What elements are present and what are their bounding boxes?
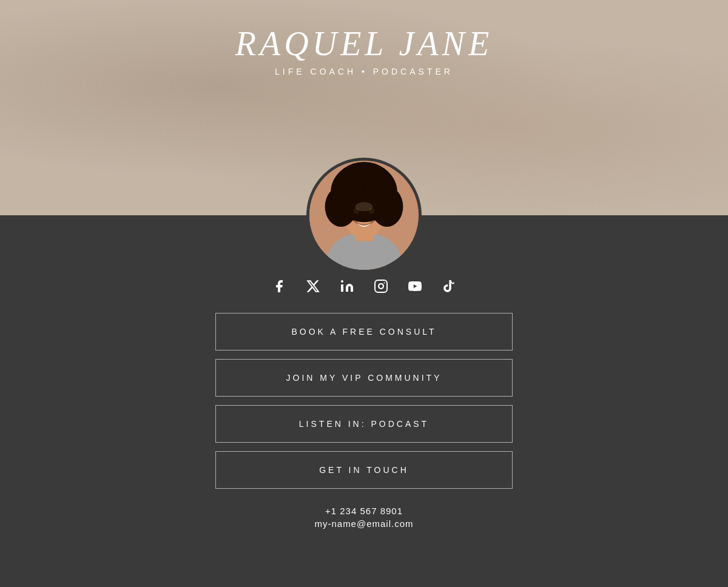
tiktok-icon[interactable] <box>442 279 456 294</box>
svg-rect-14 <box>375 280 387 292</box>
x-twitter-icon[interactable] <box>306 279 320 294</box>
get-in-touch-button[interactable]: GET IN TOUCH <box>215 451 513 489</box>
cta-buttons: BOOK A FREE CONSULT JOIN MY VIP COMMUNIT… <box>215 313 513 489</box>
svg-point-9 <box>364 172 393 204</box>
svg-point-12 <box>356 202 372 211</box>
podcast-button[interactable]: LISTEN IN: PODCAST <box>215 405 513 443</box>
social-icons-bar <box>272 279 456 294</box>
svg-point-13 <box>341 280 343 283</box>
svg-point-8 <box>335 172 364 204</box>
site-title: RAQUEL JANE <box>235 24 493 63</box>
contact-info: +1 234 567 8901 my-name@email.com <box>314 506 413 529</box>
phone-number: +1 234 567 8901 <box>314 506 413 516</box>
vip-community-button[interactable]: JOIN MY VIP COMMUNITY <box>215 359 513 397</box>
linkedin-icon[interactable] <box>340 279 354 294</box>
facebook-icon[interactable] <box>272 279 286 294</box>
instagram-icon[interactable] <box>374 279 388 294</box>
hero-section: RAQUEL JANE LIFE COACH • PODCASTER <box>0 0 728 215</box>
avatar <box>306 158 422 273</box>
email-address: my-name@email.com <box>314 518 413 529</box>
site-subtitle: LIFE COACH • PODCASTER <box>275 67 453 76</box>
youtube-icon[interactable] <box>408 279 422 294</box>
book-consult-button[interactable]: BOOK A FREE CONSULT <box>215 313 513 351</box>
